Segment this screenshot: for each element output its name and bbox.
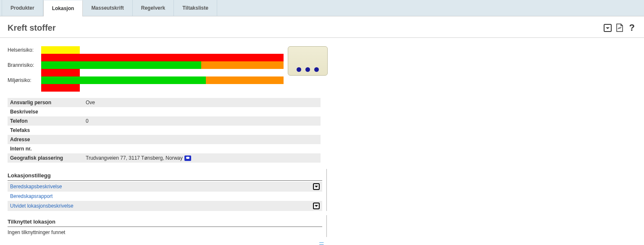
info-row: Intern nr.: [8, 144, 321, 153]
page-title: Kreft stoffer: [8, 23, 55, 33]
info-row: Telefon0: [8, 116, 321, 126]
risk-segment: [41, 69, 80, 76]
tab-lokasjon[interactable]: Lokasjon: [43, 0, 83, 16]
info-value: [83, 107, 321, 116]
info-label: Telefaks: [8, 126, 83, 135]
tab-masseutskrift[interactable]: Masseutskrift: [83, 0, 132, 16]
linked-title: Tilknyttet lokasjon: [8, 215, 322, 227]
info-value: Ove: [83, 98, 321, 107]
info-value: [83, 144, 321, 153]
risk-row: Miljørisiko:: [8, 76, 284, 84]
risk-row: Brannrisiko:: [8, 61, 284, 69]
addon-row: Beredskapsrapport: [8, 192, 322, 201]
linked-section: Tilknyttet lokasjon Ingen tilknyttninger…: [8, 215, 327, 237]
dot-icon: [305, 67, 310, 72]
info-value: [83, 126, 321, 135]
risk-bar: [41, 46, 284, 54]
tabs-bar: ProdukterLokasjonMasseutskriftRegelverkT…: [0, 0, 644, 16]
tab-produkter[interactable]: Produkter: [2, 0, 43, 16]
addon-link[interactable]: Beredskapsrapport: [10, 193, 53, 199]
dropdown-square-icon[interactable]: [604, 24, 612, 32]
risk-bar: [41, 61, 284, 69]
risk-bar: [41, 54, 284, 61]
risk-label: Helserisiko:: [8, 47, 41, 53]
risk-bar: [41, 76, 284, 84]
info-value: [83, 135, 321, 144]
risk-area: Helserisiko:Brannrisiko:Miljørisiko:: [8, 46, 328, 92]
info-row: Geografisk plasseringTrudvangveien 77, 3…: [8, 153, 321, 163]
header-actions: ?: [604, 22, 636, 33]
linked-text: Ingen tilknyttninger funnet: [8, 228, 322, 237]
info-label: Telefon: [8, 116, 83, 126]
pdf-icon[interactable]: [616, 24, 623, 32]
info-table: Ansvarlig personOveBeskrivelseTelefon0Te…: [8, 98, 321, 163]
risk-bar: [41, 69, 284, 76]
help-icon[interactable]: ?: [628, 22, 636, 33]
risk-segment: [206, 76, 284, 84]
info-row: Telefaks: [8, 126, 321, 135]
info-label: Adresse: [8, 135, 83, 144]
risk-row: [8, 84, 284, 92]
addon-link[interactable]: Beredskapsbeskrivelse: [10, 184, 62, 190]
info-value: 0: [83, 116, 321, 126]
risk-row: [8, 54, 284, 61]
info-row: Adresse: [8, 135, 321, 144]
risk-segment: [41, 61, 201, 69]
content-area: Helserisiko:Brannrisiko:Miljørisiko: Ans…: [0, 38, 328, 237]
dot-icon: [297, 67, 301, 72]
risk-segment: [41, 84, 80, 92]
dot-icon: [314, 67, 319, 72]
info-label: Beskrivelse: [8, 107, 83, 116]
info-row: Beskrivelse: [8, 107, 321, 116]
risk-chart: Helserisiko:Brannrisiko:Miljørisiko:: [8, 46, 284, 92]
addon-row: Utvidet lokasjonsbeskrivelse: [8, 201, 322, 211]
addon-row: Beredskapsbeskrivelse: [8, 182, 322, 192]
more-button[interactable]: [288, 46, 328, 76]
dropdown-square-icon[interactable]: [313, 203, 320, 209]
risk-label: Brannrisiko:: [8, 62, 41, 68]
info-value: Trudvangveien 77, 3117 Tønsberg, Norway: [83, 153, 321, 163]
risk-row: Helserisiko:: [8, 46, 284, 54]
info-row: Ansvarlig personOve: [8, 98, 321, 107]
risk-segment: [41, 54, 284, 61]
page-header: Kreft stoffer ?: [0, 16, 644, 38]
tab-tiltaksliste[interactable]: Tiltaksliste: [174, 0, 217, 16]
risk-segment: [201, 61, 284, 69]
info-label: Ansvarlig person: [8, 98, 83, 107]
info-label: Intern nr.: [8, 144, 83, 153]
risk-label: Miljørisiko:: [8, 77, 41, 83]
map-icon[interactable]: [184, 155, 191, 161]
tab-regelverk[interactable]: Regelverk: [133, 0, 174, 16]
risk-bar: [41, 84, 284, 92]
dropdown-square-icon[interactable]: [313, 183, 320, 190]
addons-title: Lokasjonstillegg: [8, 169, 322, 181]
risk-segment: [41, 46, 80, 54]
risk-segment: [41, 76, 206, 84]
addons-section: Lokasjonstillegg BeredskapsbeskrivelseBe…: [8, 169, 327, 211]
info-label: Geografisk plassering: [8, 153, 83, 163]
risk-row: [8, 69, 284, 76]
addon-link[interactable]: Utvidet lokasjonsbeskrivelse: [10, 203, 74, 209]
resize-handle-icon[interactable]: ☰: [0, 241, 326, 245]
